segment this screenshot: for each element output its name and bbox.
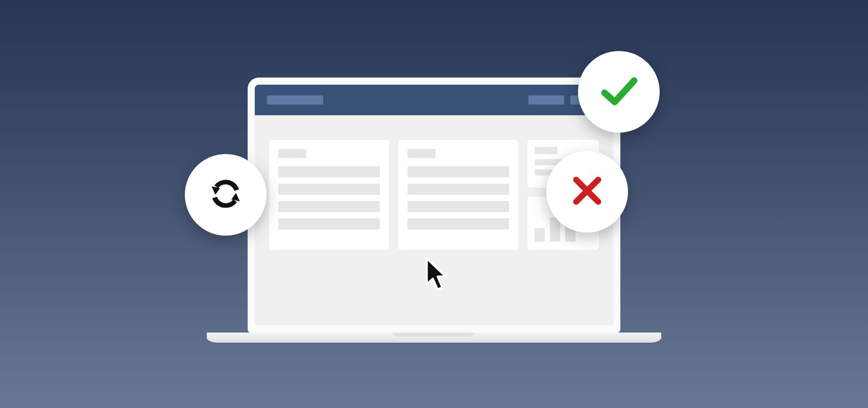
bar bbox=[535, 228, 545, 242]
success-badge bbox=[578, 51, 660, 133]
card-2-title-placeholder bbox=[407, 149, 436, 158]
topbar-logo-placeholder bbox=[267, 95, 323, 105]
sync-badge bbox=[185, 154, 267, 236]
app-topbar bbox=[255, 85, 613, 115]
card-1-line bbox=[278, 218, 380, 230]
card-1-line bbox=[278, 166, 380, 177]
card-2-line bbox=[407, 184, 509, 195]
svg-marker-1 bbox=[231, 193, 240, 201]
card-1-title-placeholder bbox=[278, 149, 306, 158]
card-1-line bbox=[278, 201, 380, 212]
checkmark-icon bbox=[593, 65, 644, 118]
topbar-link-1-placeholder[interactable] bbox=[528, 95, 564, 105]
sync-icon bbox=[202, 170, 249, 219]
card-1[interactable] bbox=[269, 140, 389, 250]
card-2-line bbox=[407, 201, 509, 212]
card-2-line bbox=[407, 218, 509, 230]
card-1-line bbox=[278, 184, 380, 195]
card-2[interactable] bbox=[398, 140, 518, 250]
svg-marker-0 bbox=[211, 186, 220, 195]
cross-icon bbox=[564, 168, 610, 216]
card-2-line bbox=[407, 166, 509, 177]
summary-title-placeholder bbox=[535, 147, 558, 154]
error-badge bbox=[546, 151, 628, 233]
laptop-base bbox=[207, 333, 661, 343]
